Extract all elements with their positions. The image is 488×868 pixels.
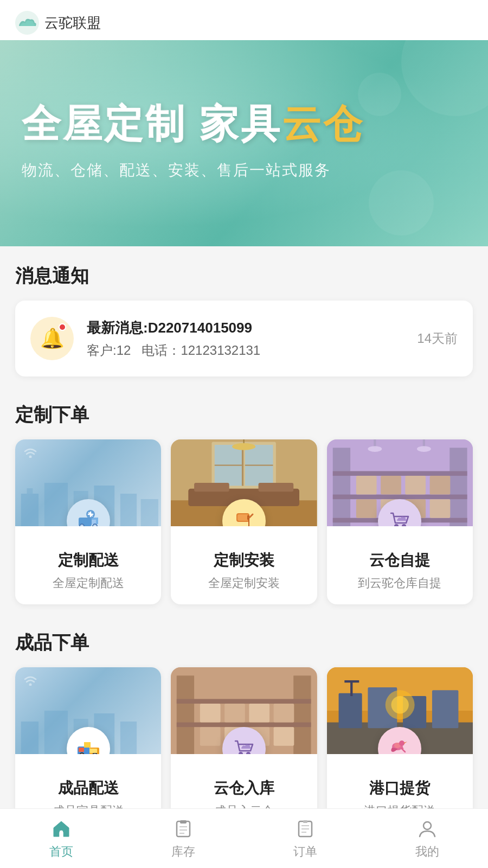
svg-point-95: [391, 696, 408, 713]
card-cloud-pickup[interactable]: 云仓自提 到云驼仓库自提: [327, 439, 473, 604]
svg-rect-48: [429, 499, 450, 518]
nav-profile[interactable]: 我的: [366, 812, 488, 860]
notification-detail: 客户:12 电话：12123132131: [87, 342, 404, 359]
card-body-delivery: 定制配送 全屋定制配送: [15, 526, 161, 604]
card-image-port: [327, 667, 473, 754]
svg-point-84: [246, 752, 251, 754]
notification-content: 最新消息:D220714015099 客户:12 电话：12123132131: [87, 318, 404, 359]
card-finished-delivery[interactable]: 成品配送 成品家具配送: [15, 667, 161, 832]
notification-order-id: 最新消息:D220714015099: [87, 318, 404, 337]
svg-rect-56: [21, 722, 38, 754]
notification-title: 消息通知: [15, 264, 473, 289]
svg-rect-11: [92, 520, 96, 524]
card-image-install: [171, 439, 317, 526]
notification-card[interactable]: 🔔 最新消息:D220714015099 客户:12 电话：1212313213…: [15, 301, 473, 376]
svg-rect-72: [294, 675, 311, 754]
finished-order-title: 成品下单: [15, 630, 473, 655]
svg-rect-101: [180, 820, 187, 824]
card-desc-install: 全屋定制安装: [179, 575, 308, 591]
nav-orders-label: 订单: [293, 844, 317, 860]
svg-rect-3: [27, 488, 33, 494]
svg-rect-69: [89, 749, 97, 753]
svg-rect-7: [120, 494, 137, 526]
nav-home[interactable]: 首页: [0, 812, 122, 860]
svg-rect-92: [350, 681, 352, 696]
card-name-install: 定制安装: [179, 550, 308, 571]
svg-point-110: [423, 822, 431, 829]
card-name-delivery: 定制配送: [24, 550, 152, 571]
svg-point-1: [29, 456, 32, 458]
svg-point-98: [399, 741, 404, 746]
card-custom-install[interactable]: 定制安装 全屋定制安装: [171, 439, 317, 604]
svg-rect-4: [44, 483, 68, 526]
nav-home-label: 首页: [49, 844, 73, 860]
logo-icon: [15, 11, 39, 35]
svg-rect-71: [177, 675, 194, 754]
card-body-pickup: 云仓自提 到云驼仓库自提: [327, 526, 473, 604]
profile-icon: [416, 818, 439, 840]
svg-rect-37: [450, 448, 467, 526]
svg-point-54: [402, 524, 406, 526]
app-header: 云驼联盟: [0, 0, 488, 40]
svg-point-53: [394, 524, 399, 526]
svg-rect-73: [177, 699, 311, 704]
nav-profile-label: 我的: [415, 844, 439, 860]
svg-rect-42: [381, 476, 401, 494]
svg-rect-93: [344, 680, 359, 682]
svg-rect-2: [21, 494, 38, 526]
nav-inventory-label: 库存: [171, 844, 195, 860]
svg-rect-27: [259, 483, 294, 492]
svg-rect-91: [432, 690, 458, 728]
svg-rect-39: [332, 495, 467, 500]
svg-rect-43: [405, 476, 426, 494]
svg-rect-33: [248, 520, 249, 526]
custom-order-section: 定制下单: [0, 385, 488, 613]
card-name-port: 港口提货: [336, 778, 464, 799]
notification-dot: [59, 323, 66, 331]
wifi-deco-icon-2: [23, 675, 38, 688]
banner-subtitle: 物流、仓储、配送、安装、售后一站式服务: [22, 160, 466, 181]
svg-rect-75: [200, 704, 221, 722]
svg-point-29: [232, 443, 255, 450]
bottom-nav: 首页 库存 订单: [0, 808, 488, 868]
nav-inventory[interactable]: 库存: [122, 812, 244, 860]
svg-rect-44: [429, 476, 450, 494]
svg-rect-79: [200, 727, 221, 745]
card-port-pickup[interactable]: 港口提货 港口提货配送: [327, 667, 473, 832]
card-name-storage: 云仓入库: [179, 778, 308, 799]
svg-rect-60: [120, 722, 137, 754]
svg-rect-99: [59, 832, 63, 837]
card-body-install: 定制安装 全屋定制安装: [171, 526, 317, 604]
svg-rect-26: [194, 483, 229, 492]
notification-section: 消息通知 🔔 最新消息:D220714015099 客户:12 电话：12123…: [0, 246, 488, 385]
card-desc-pickup: 到云驼仓库自提: [336, 575, 464, 591]
svg-rect-57: [44, 711, 68, 754]
wifi-deco-icon: [23, 447, 38, 460]
svg-rect-88: [338, 693, 362, 729]
inventory-icon: [172, 818, 195, 840]
custom-order-grid: 定制配送 全屋定制配送: [15, 439, 473, 604]
home-icon: [50, 818, 73, 840]
svg-point-83: [239, 752, 243, 754]
logo-text: 云驼联盟: [44, 14, 101, 33]
nav-orders[interactable]: 订单: [244, 812, 366, 860]
svg-rect-45: [356, 499, 377, 518]
svg-rect-64: [79, 748, 84, 752]
card-image-delivery: [15, 439, 161, 526]
card-cloud-storage[interactable]: 云仓入库 成品入云仓: [171, 667, 317, 832]
svg-rect-36: [332, 448, 350, 526]
card-custom-delivery[interactable]: 定制配送 全屋定制配送: [15, 439, 161, 604]
svg-rect-82: [274, 727, 294, 745]
orders-icon: [294, 818, 317, 840]
svg-point-52: [417, 446, 431, 452]
svg-rect-77: [249, 704, 270, 722]
notification-icon-wrap: 🔔: [30, 317, 74, 360]
finished-order-grid: 成品配送 成品家具配送: [15, 667, 473, 832]
svg-rect-8: [141, 499, 158, 526]
card-image-finished-delivery: [15, 667, 161, 754]
svg-rect-41: [356, 476, 377, 494]
custom-order-title: 定制下单: [15, 403, 473, 427]
svg-rect-38: [332, 471, 467, 476]
finished-order-section: 成品下单: [0, 613, 488, 841]
svg-point-50: [368, 446, 382, 452]
